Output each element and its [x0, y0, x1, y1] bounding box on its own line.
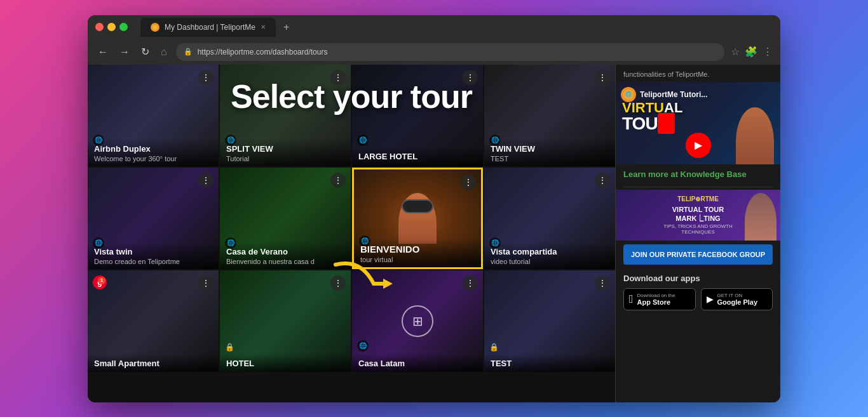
tour-card-casa-verano[interactable]: ⋮ 🌐 Casa de Verano Bienvenido a nuestra … — [220, 168, 351, 269]
tour-card-overlay: Casa de Verano Bienvenido a nuestra casa… — [220, 242, 351, 269]
lock-icon: 🔒 — [225, 343, 234, 352]
tour-card-title: Vista twin — [94, 247, 212, 256]
google-play-large: Google Play — [717, 298, 758, 306]
active-tab[interactable]: My Dashboard | TeliportMe ✕ — [140, 18, 276, 37]
marketing-brand: TELIP⊕RTME — [677, 195, 719, 202]
tour-card-overlay: TWIN VIEW TEST — [484, 139, 615, 166]
tour-card-hotel[interactable]: ⋮ 🔒 HOTEL — [220, 270, 351, 372]
traffic-lights — [95, 23, 128, 31]
extensions-icon[interactable]: 🧩 — [745, 46, 757, 58]
maximize-window-button[interactable] — [119, 23, 128, 31]
tour-card-title: SPLIT VIEW — [226, 144, 344, 154]
tour-card-menu-button[interactable]: ⋮ — [198, 275, 214, 291]
marketing-title: VIRTUAL TOURMARK⎿TING — [672, 205, 724, 223]
tour-card-menu-button[interactable]: ⋮ — [198, 173, 214, 188]
sidebar-teaser-text: functionalities of TeliportMe. — [616, 65, 780, 82]
google-play-icon: ▶ — [707, 294, 714, 304]
download-buttons:  Download on the App Store ▶ GET IT ON … — [623, 288, 773, 310]
video-play-button[interactable]: ▶ — [686, 133, 711, 158]
tour-card-overlay: HOTEL — [220, 354, 351, 372]
tour-card-title: Small Apartment — [94, 359, 212, 368]
tour-card-casa-latam[interactable]: ⊞ ⋮ 🌐 Casa Latam — [352, 270, 483, 372]
tour-card-subtitle: Tutorial — [226, 155, 344, 162]
tour-card-title: Vista compartida — [491, 247, 609, 256]
tour-card-menu-button[interactable]: ⋮ — [330, 173, 346, 188]
tour-card-title: TEST — [491, 359, 609, 368]
download-section: Download our apps  Download on the App … — [616, 268, 780, 315]
menu-icon[interactable]: ⋮ — [763, 46, 773, 58]
app-store-small: Download on the — [637, 293, 675, 298]
content-area: Select your tour ⋮ 🌐 Airbnb Duplex — [88, 65, 780, 402]
tours-panel[interactable]: Select your tour ⋮ 🌐 Airbnb Duplex — [88, 65, 615, 402]
tour-card-overlay: Vista compartida video tutorial — [484, 242, 615, 269]
tour-card-small-apartment[interactable]: ⋮ g 1 Small Apartment — [88, 270, 219, 372]
tour-card-menu-button[interactable]: ⋮ — [198, 70, 214, 85]
tour-card-menu-button[interactable]: ⋮ — [330, 275, 346, 291]
tour-card-menu-button[interactable]: ⋮ — [463, 275, 478, 291]
download-section-title: Download our apps — [623, 274, 773, 283]
tour-card-overlay: Casa Latam — [352, 354, 483, 372]
url-text: https://teliportme.com/dashboard/tours — [198, 48, 328, 56]
tour-card-overlay: Vista twin Demo creado en Teliportme — [88, 242, 219, 269]
tour-card-menu-button[interactable]: ⋮ — [330, 70, 346, 85]
tour-card-menu-button[interactable]: ⋮ — [461, 175, 476, 190]
tour-card-menu-button[interactable]: ⋮ — [595, 70, 610, 85]
tour-card-menu-button[interactable]: ⋮ — [595, 173, 610, 188]
app-store-text: Download on the App Store — [637, 293, 675, 306]
url-bar[interactable]: 🔒 https://teliportme.com/dashboard/tours — [176, 43, 724, 61]
reload-button[interactable]: ↻ — [139, 44, 152, 59]
tour-card-vista-compartida[interactable]: ⋮ 🌐 Vista compartida video tutorial — [484, 168, 615, 269]
tour-card-overlay: Airbnb Duplex Welcome to your 360° tour — [88, 139, 219, 166]
notification-badge: g 1 — [93, 275, 107, 289]
close-window-button[interactable] — [95, 23, 104, 31]
tab-title: My Dashboard | TeliportMe — [165, 23, 255, 32]
tour-card-twin-view[interactable]: ⋮ 🌐 TWIN VIEW TEST — [484, 65, 615, 166]
badge-count: 1 — [98, 277, 105, 284]
tour-card-menu-button[interactable]: ⋮ — [463, 70, 478, 85]
tour-card-overlay: SPLIT VIEW Tutorial — [220, 139, 351, 166]
tour-card-subtitle: tour virtual — [360, 256, 475, 263]
tour-card-title: LARGE HOTEL — [358, 152, 477, 161]
tour-card-subtitle: TEST — [491, 155, 609, 162]
tour-card-subtitle: Bienvenido a nuestra casa d — [226, 258, 344, 265]
tour-card-title: Casa de Verano — [226, 247, 344, 256]
tab-close-button[interactable]: ✕ — [261, 23, 266, 30]
browser-actions: ☆ 🧩 ⋮ — [731, 46, 773, 58]
tour-card-title: HOTEL — [226, 359, 344, 368]
google-play-button[interactable]: ▶ GET IT ON Google Play — [701, 288, 773, 310]
tour-card-large-hotel[interactable]: ⋮ 🌐 LARGE HOTEL — [352, 65, 483, 166]
browser-window: My Dashboard | TeliportMe ✕ + ← → ↻ ⌂ 🔒 … — [88, 15, 780, 402]
app-store-large: App Store — [637, 298, 675, 306]
video-thumbnail[interactable]: 🌐 TeliportMe Tutori... VIRTUAL TOU▶ ▶ — [616, 82, 780, 164]
tour-card-split-view[interactable]: ⋮ 🌐 SPLIT VIEW Tutorial — [220, 65, 351, 166]
tour-card-subtitle: Demo creado en Teliportme — [94, 258, 212, 265]
video-title-text: TeliportMe Tutori... — [640, 90, 707, 99]
tour-card-menu-button[interactable]: ⋮ — [595, 275, 610, 291]
tour-card-overlay: TEST — [484, 354, 615, 372]
lock-icon: 🔒 — [184, 48, 193, 56]
new-tab-button[interactable]: + — [278, 19, 294, 36]
tour-card-test[interactable]: ⋮ 🔒 TEST — [484, 270, 615, 372]
sidebar: functionalities of TeliportMe. 🌐 Telipor… — [615, 65, 780, 402]
address-bar: ← → ↻ ⌂ 🔒 https://teliportme.com/dashboa… — [88, 39, 780, 65]
minimize-window-button[interactable] — [107, 23, 116, 31]
tour-card-airbnb-duplex[interactable]: ⋮ 🌐 Airbnb Duplex Welcome to your 360° t… — [88, 65, 219, 166]
forward-button[interactable]: → — [117, 45, 132, 59]
tour-card-title: BIENVENIDO — [360, 244, 475, 255]
knowledge-base-link[interactable]: Learn more at Knowledge Base — [616, 164, 780, 184]
home-button[interactable]: ⌂ — [158, 45, 170, 59]
app-store-button[interactable]:  Download on the App Store — [623, 288, 696, 310]
apple-icon:  — [629, 293, 634, 306]
facebook-group-button[interactable]: JOIN OUR PRIVATE FACEBOOK GROUP — [623, 244, 773, 265]
tour-card-bienvenido[interactable]: ⋮ 🌐 BIENVENIDO tour virtual — [352, 168, 483, 269]
tour-card-icon: 🌐 — [357, 135, 369, 146]
bookmark-icon[interactable]: ☆ — [731, 46, 740, 58]
tab-favicon — [151, 23, 159, 32]
tour-card-vista-twin[interactable]: ⋮ 🌐 Vista twin Demo creado en Teliportme — [88, 168, 219, 269]
tour-card-overlay: Small Apartment — [88, 354, 219, 372]
video-logo-text: 🌐 — [625, 91, 632, 97]
divider — [623, 187, 773, 187]
tour-card-title: Airbnb Duplex — [94, 144, 212, 154]
marketing-thumbnail[interactable]: TELIP⊕RTME VIRTUAL TOURMARK⎿TING TIPS, T… — [616, 190, 780, 241]
back-button[interactable]: ← — [95, 45, 111, 59]
